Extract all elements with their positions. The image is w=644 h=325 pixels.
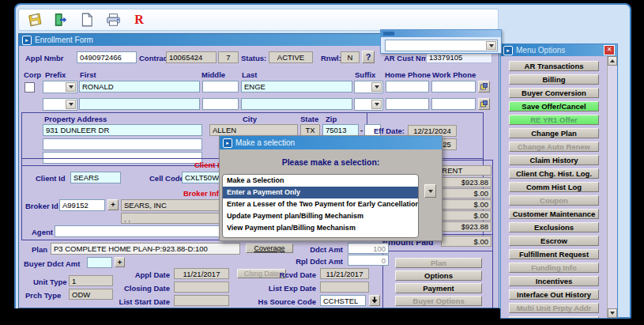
help-button[interactable]: ? [362, 51, 375, 63]
appl-date-field: 11/21/2017 [174, 268, 229, 279]
menu-button-client-chg-hist-log[interactable]: Client Chg. Hist. Log. [509, 168, 599, 179]
corp-checkbox[interactable] [24, 82, 35, 93]
hs-source-code-field[interactable]: CCHSTEL [320, 295, 366, 306]
last-name-field-1[interactable]: ENGE [241, 81, 352, 93]
menu-button-fulfillment-request[interactable]: Fulfillment Request [509, 249, 599, 259]
menu-button-buyer-conversion[interactable]: Buyer Conversion [509, 88, 599, 98]
plan-field: P3 COMPLETE HOME PLAN-P:923.88-D:100 [51, 243, 240, 255]
buyer-ddct-lookup-button[interactable]: + [115, 257, 125, 267]
menu-button-interface-out-history[interactable]: Interface Out History [509, 289, 599, 300]
work-phone-field-1[interactable] [431, 81, 476, 93]
work-phone-field-2[interactable] [431, 98, 476, 110]
scroll-down-icon[interactable] [608, 308, 617, 318]
broker-info-header: Broker Info [183, 189, 224, 198]
client-id-field[interactable]: SEARS [70, 172, 121, 183]
payment-button[interactable]: Payment [395, 283, 482, 293]
menu-button-customer-maintenance[interactable]: Customer Maintenance [509, 209, 599, 219]
print-icon[interactable] [105, 12, 121, 28]
menu-button-save-offer-cancel[interactable]: Save Offer/Cancel [509, 101, 599, 111]
exit-icon[interactable] [53, 12, 69, 28]
dialog-prompt: Please make a selection: [220, 157, 442, 167]
middle-name-field-2[interactable] [202, 98, 239, 110]
menu-button-incentives[interactable]: Incentives [509, 276, 599, 286]
middle-name-field-1[interactable] [202, 81, 239, 93]
buyer-ddct-amt-field[interactable] [87, 257, 112, 268]
dropdown-option-selected[interactable]: Enter a Payment Only [223, 187, 418, 198]
first-name-field-1[interactable]: RONALD [79, 81, 200, 93]
dropdown-option[interactable]: Make a Selection [223, 175, 418, 187]
prch-type-field: ODW [69, 289, 113, 300]
home-phone-field-2[interactable] [386, 98, 429, 110]
dropdown-option[interactable]: Update Payment plan/Billing Mechanism [223, 210, 418, 222]
menu-scrollbar[interactable] [607, 56, 617, 318]
last-name-field-2[interactable] [241, 98, 352, 110]
agent-label: Agent [32, 228, 53, 236]
close-icon[interactable]: ✕ [604, 45, 615, 55]
floating-window-titlebar[interactable] [381, 30, 501, 37]
appl-nmbr-field[interactable]: 0490972466 [77, 51, 137, 63]
menu-button-claim-history[interactable]: Claim History [509, 155, 599, 165]
appl-nmbr-label: Appl Nmbr [25, 54, 64, 62]
menu-button-ar-transactions[interactable]: AR Transactions [509, 61, 599, 71]
broker-id-field[interactable]: A99152 [59, 199, 105, 211]
chevron-down-icon[interactable] [486, 41, 496, 50]
new-document-icon[interactable] [79, 12, 95, 28]
scroll-up-icon[interactable] [608, 56, 617, 66]
hs-source-pin-button[interactable] [369, 295, 380, 306]
recent-r-icon[interactable]: R [131, 12, 147, 28]
dropdown-toggle-button[interactable] [424, 184, 436, 198]
save-icon[interactable] [27, 12, 43, 28]
closing-date-field [174, 282, 229, 293]
menu-options-list: AR Transactions Billing Buyer Conversion… [501, 56, 607, 318]
suffix-select-2[interactable] [354, 98, 383, 111]
last-label: Last [242, 70, 258, 79]
chevron-down-icon[interactable] [371, 82, 382, 92]
menu-button-exclusions[interactable]: Exclusions [509, 222, 599, 232]
eff-date-label: Eff Date: [351, 127, 405, 135]
lookup-button-2[interactable] [478, 98, 490, 110]
dropdown-option[interactable]: View Payment plan/Billing Mechanism [223, 222, 418, 234]
suffix-select-1[interactable] [354, 81, 383, 93]
chevron-down-icon[interactable] [371, 100, 382, 109]
unit-type-label: Unit Type [33, 278, 67, 286]
chevron-down-icon[interactable] [66, 82, 76, 92]
menu-button-billing[interactable]: Billing [509, 74, 599, 85]
status-label: Status: [241, 54, 266, 62]
address-line-2-field[interactable] [43, 138, 202, 150]
options-button[interactable]: Options [395, 270, 482, 281]
cell-code-label: Cell Code [149, 174, 184, 183]
prch-type-label: Prch Type [25, 291, 61, 300]
floating-combobox[interactable] [385, 40, 498, 51]
amount-paid-field: $.00 [441, 236, 491, 247]
screen: R ▸ Enrollment Form Appl Nmbr 0490972466… [0, 0, 644, 325]
rpl-ddct-amt-field[interactable]: 0 [348, 255, 389, 266]
menu-button-comm-hist-log[interactable]: Comm Hist Log [509, 182, 599, 192]
menu-button-escrow[interactable]: Escrow [509, 236, 599, 246]
prefix-select-1[interactable] [43, 81, 77, 93]
status-field: ACTIVE [269, 51, 313, 63]
prefix-select-2[interactable] [43, 98, 77, 111]
menu-button-coupon: Coupon [509, 195, 599, 206]
home-phone-field-1[interactable] [386, 81, 429, 93]
lookup-button-1[interactable] [478, 81, 490, 93]
dialog-titlebar[interactable]: ▸ Make a selection [220, 136, 442, 149]
recent-r-glyph: R [134, 13, 144, 27]
prefix-label: Prefix [45, 70, 66, 79]
menu-button-non-renewal-reasons[interactable]: Non Renewal Reasons [509, 316, 599, 318]
chevron-down-icon[interactable] [66, 100, 76, 109]
first-name-field-2[interactable] [79, 98, 200, 110]
coverage-button[interactable]: Coverage [246, 244, 293, 253]
list-start-date-field [174, 295, 229, 306]
divider [382, 251, 493, 251]
pushpin-icon [371, 297, 378, 304]
home-phone-label: Home Phone [385, 70, 431, 79]
address-line-1-field[interactable]: 931 DUNLEER DR [43, 124, 202, 136]
selection-dropdown-list: Make a Selection Enter a Payment Only En… [222, 174, 419, 238]
ddct-amt-field[interactable]: 100 [348, 243, 389, 254]
middle-label: Middle [201, 70, 225, 79]
broker-lookup-button[interactable]: + [107, 199, 119, 210]
menu-button-change-plan[interactable]: Change Plan [509, 128, 599, 138]
list-exp-date-field [320, 282, 369, 293]
dropdown-option[interactable]: Enter a Lesser of the Two Payment for Ea… [223, 198, 418, 210]
rcvd-date-field: 11/21/2017 [320, 268, 369, 279]
